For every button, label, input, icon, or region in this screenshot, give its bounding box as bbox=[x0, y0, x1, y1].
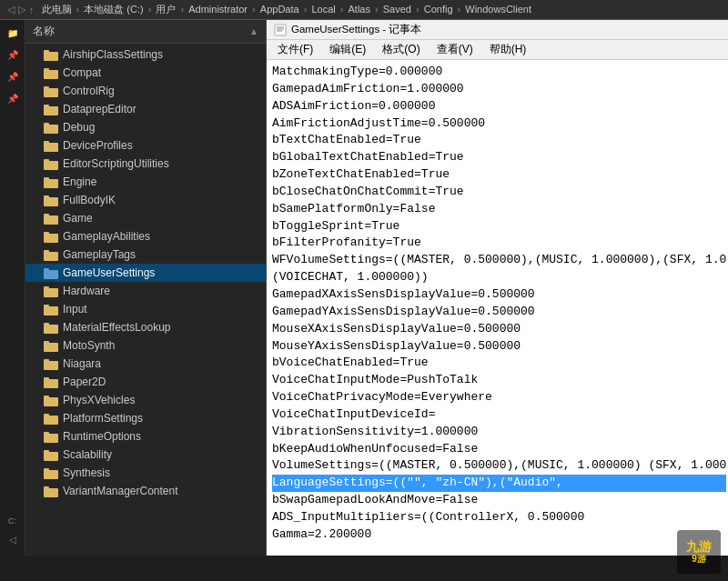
text-line: bTextChatEnabled=True bbox=[272, 132, 726, 149]
file-item-deviceprofiles[interactable]: DeviceProfiles bbox=[25, 136, 266, 155]
file-item-physxvehicles[interactable]: PhysXVehicles bbox=[25, 391, 266, 409]
svg-rect-15 bbox=[44, 177, 49, 181]
menu-item-查看v[interactable]: 查看(V) bbox=[430, 40, 480, 59]
column-name-label: 名称 bbox=[33, 25, 55, 38]
address-part-0[interactable]: 此电脑 bbox=[42, 4, 72, 15]
folder-icon bbox=[44, 229, 58, 244]
notepad-icon bbox=[274, 24, 287, 36]
panel-icon-drive[interactable]: C: bbox=[4, 512, 22, 530]
file-item-scalability[interactable]: Scalability bbox=[25, 446, 266, 464]
svg-rect-11 bbox=[44, 141, 49, 145]
address-part-9[interactable]: WindowsClient bbox=[465, 4, 531, 15]
panel-icon-pin[interactable]: 📌 bbox=[4, 45, 22, 64]
address-part-1[interactable]: 本地磁盘 (C:) bbox=[84, 4, 143, 15]
file-item-label: PhysXVehicles bbox=[63, 394, 135, 406]
file-item-gameplaytags[interactable]: GameplayTags bbox=[25, 245, 266, 264]
file-item-label: FullBodyIK bbox=[63, 194, 116, 206]
svg-rect-45 bbox=[44, 450, 49, 454]
file-item-niagara[interactable]: Niagara bbox=[25, 355, 266, 373]
text-line: bVoiceChatEnabled=True bbox=[272, 355, 726, 372]
file-item-airshipclasssettings[interactable]: AirshipClassSettings bbox=[25, 45, 266, 64]
file-item-materialeffectslookup[interactable]: MaterialEffectsLookup bbox=[25, 318, 266, 336]
address-nav-forward[interactable]: ▷ bbox=[18, 4, 25, 15]
folder-icon bbox=[44, 156, 58, 171]
menu-item-编辑e[interactable]: 编辑(E) bbox=[322, 40, 373, 59]
folder-icon bbox=[44, 138, 58, 153]
address-nav-up[interactable]: ↑ bbox=[29, 5, 35, 15]
folder-icon bbox=[44, 193, 58, 207]
file-item-engine[interactable]: Engine bbox=[25, 173, 266, 191]
svg-rect-33 bbox=[44, 341, 49, 345]
menu-item-文件f[interactable]: 文件(F) bbox=[270, 40, 320, 59]
svg-rect-39 bbox=[44, 396, 49, 399]
file-item-label: Debug bbox=[63, 121, 95, 134]
text-line: bSamePlatformOnly=False bbox=[272, 201, 726, 218]
svg-rect-47 bbox=[44, 468, 49, 472]
address-part-4[interactable]: AppData bbox=[260, 4, 299, 15]
address-nav-back[interactable]: ◁ bbox=[7, 4, 15, 15]
folder-icon bbox=[44, 484, 58, 498]
menu-item-格式o[interactable]: 格式(O) bbox=[375, 40, 427, 59]
svg-rect-41 bbox=[44, 414, 49, 417]
address-part-7[interactable]: Saved bbox=[383, 4, 411, 15]
notepad-menu-bar: 文件(F)编辑(E)格式(O)查看(V)帮助(H) bbox=[267, 40, 728, 60]
file-item-fullbodyik[interactable]: FullBodyIK bbox=[25, 191, 266, 209]
watermark: 九游 9游 bbox=[677, 530, 721, 574]
file-item-synthesis[interactable]: Synthesis bbox=[25, 464, 266, 482]
svg-rect-27 bbox=[44, 286, 49, 290]
file-item-gameusersettings[interactable]: GameUserSettings bbox=[25, 264, 266, 282]
text-line: WFVolumeSettings=((MASTER, 0.500000),(MU… bbox=[272, 252, 726, 269]
address-part-2[interactable]: 用户 bbox=[156, 4, 176, 15]
panel-icon-pin3[interactable]: 📌 bbox=[4, 89, 22, 107]
file-item-variantmanagercontent[interactable]: VariantManagerContent bbox=[25, 482, 266, 500]
file-item-runtimeoptions[interactable]: RuntimeOptions bbox=[25, 427, 266, 446]
address-part-6[interactable]: Atlas bbox=[348, 4, 369, 15]
text-line: GamepadYAxisSensDisplayValue=0.500000 bbox=[272, 304, 726, 321]
file-item-label: Paper2D bbox=[63, 376, 106, 388]
file-explorer-header: 名称 ▲ bbox=[25, 20, 266, 44]
file-item-debug[interactable]: Debug bbox=[25, 118, 266, 136]
folder-icon bbox=[44, 447, 58, 462]
text-line: bKeepAudioWhenUnfocused=False bbox=[272, 441, 726, 458]
panel-icon-folder[interactable]: 📁 bbox=[4, 24, 22, 42]
file-item-platformsettings[interactable]: PlatformSettings bbox=[25, 409, 266, 427]
panel-icon-pin2[interactable]: 📌 bbox=[4, 67, 22, 85]
file-item-label: Input bbox=[63, 303, 87, 316]
text-line: bGlobalTextChatEnabled=True bbox=[272, 149, 726, 166]
address-part-8[interactable]: Config bbox=[424, 4, 453, 15]
file-item-hardware[interactable]: Hardware bbox=[25, 282, 266, 300]
file-item-label: GameUserSettings bbox=[63, 266, 155, 279]
text-line: VibrationSensitivity=1.000000 bbox=[272, 424, 726, 441]
file-item-dataprepeditor[interactable]: DataprepEditor bbox=[25, 100, 266, 118]
file-item-editorscriptingutilities[interactable]: EditorScriptingUtilities bbox=[25, 155, 266, 173]
svg-rect-35 bbox=[44, 359, 49, 363]
file-item-input[interactable]: Input bbox=[25, 300, 266, 318]
address-part-3[interactable]: Administrator bbox=[188, 4, 248, 15]
folder-icon bbox=[44, 284, 58, 298]
file-item-label: Engine bbox=[63, 175, 96, 188]
file-list: AirshipClassSettings Compat ControlRig D… bbox=[25, 44, 266, 556]
text-line: bZoneTextChatEnabled=True bbox=[272, 166, 726, 184]
file-item-game[interactable]: Game bbox=[25, 209, 266, 227]
notepad-title-text: GameUserSettings - 记事本 bbox=[291, 23, 421, 36]
file-item-paper2d[interactable]: Paper2D bbox=[25, 373, 266, 391]
sort-icon[interactable]: ▲ bbox=[249, 26, 258, 36]
notepad-content[interactable]: MatchmakingType=0.000000GamepadAimFricti… bbox=[267, 60, 728, 556]
file-item-label: DataprepEditor bbox=[63, 103, 136, 115]
svg-rect-13 bbox=[44, 159, 49, 163]
text-line: VoiceChatPrivacyMode=Everywhere bbox=[272, 389, 726, 406]
file-item-gameplayabilities[interactable]: GameplayAbilities bbox=[25, 227, 266, 245]
text-line: bToggleSprint=True bbox=[272, 218, 726, 235]
folder-icon bbox=[44, 211, 58, 225]
file-item-compat[interactable]: Compat bbox=[25, 64, 266, 82]
address-part-5[interactable]: Local bbox=[311, 4, 335, 15]
folder-icon bbox=[44, 411, 58, 426]
file-item-controlrig[interactable]: ControlRig bbox=[25, 82, 266, 100]
menu-item-帮助h[interactable]: 帮助(H) bbox=[482, 40, 534, 59]
file-item-label: AirshipClassSettings bbox=[63, 48, 163, 61]
folder-icon bbox=[44, 175, 58, 189]
file-item-label: Hardware bbox=[63, 285, 110, 297]
file-item-motosynth[interactable]: MotoSynth bbox=[25, 336, 266, 355]
folder-icon bbox=[44, 338, 58, 353]
panel-icon-arr[interactable]: ◁ bbox=[4, 530, 22, 548]
